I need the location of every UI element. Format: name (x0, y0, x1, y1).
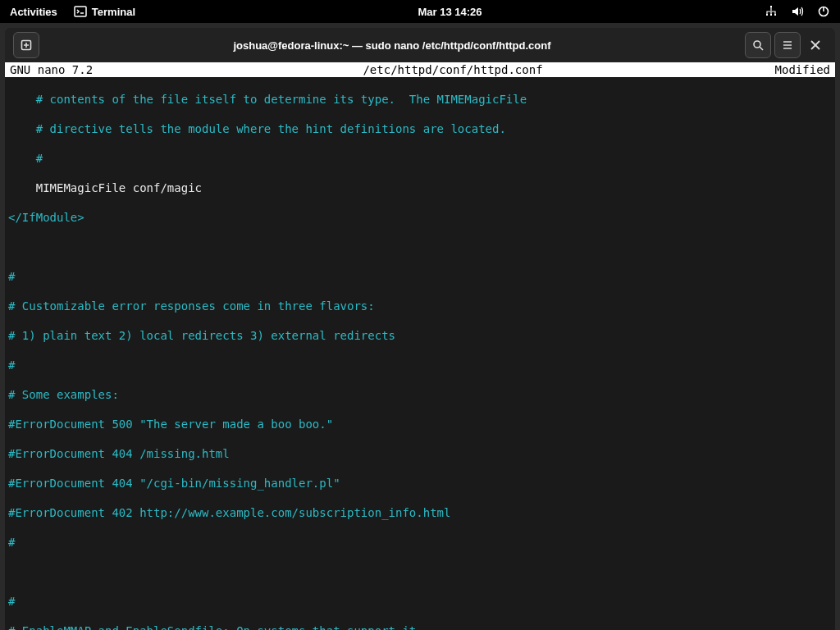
terminal-icon (74, 5, 87, 18)
editor-line: # (8, 594, 832, 609)
editor-line: #ErrorDocument 404 "/cgi-bin/missing_han… (8, 476, 832, 491)
editor-line: # (8, 358, 832, 372)
editor-line: # contents of the file itself to determi… (8, 92, 832, 107)
nano-editor[interactable]: GNU nano 7.2 /etc/httpd/conf/httpd.conf … (5, 62, 835, 630)
editor-line: # 1) plain text 2) local redirects 3) ex… (8, 328, 832, 343)
svg-point-10 (754, 41, 760, 48)
active-app[interactable]: Terminal (74, 5, 135, 18)
editor-line: #ErrorDocument 404 /missing.html (8, 446, 832, 461)
svg-rect-0 (75, 7, 86, 16)
editor-line: </IfModule> (8, 210, 832, 225)
new-tab-button[interactable] (13, 32, 39, 58)
terminal-window: joshua@fedora-linux:~ — sudo nano /etc/h… (5, 28, 835, 630)
editor-line (8, 564, 832, 579)
svg-rect-4 (774, 14, 776, 16)
editor-line: # (8, 269, 832, 284)
svg-rect-3 (770, 14, 772, 16)
menu-button[interactable] (774, 32, 801, 58)
search-button[interactable] (745, 32, 771, 58)
svg-line-11 (760, 47, 763, 50)
power-icon[interactable] (817, 5, 830, 18)
window-title: joshua@fedora-linux:~ — sudo nano /etc/h… (41, 39, 743, 52)
editor-line: # (8, 535, 832, 550)
editor-body[interactable]: # contents of the file itself to determi… (5, 77, 835, 630)
volume-icon[interactable] (791, 5, 804, 18)
clock[interactable]: Mar 13 14:26 (135, 6, 765, 18)
window-titlebar: joshua@fedora-linux:~ — sudo nano /etc/h… (5, 28, 835, 62)
gnome-topbar: Activities Terminal Mar 13 14:26 (0, 0, 840, 23)
editor-line: # (8, 151, 832, 166)
nano-header: GNU nano 7.2 /etc/httpd/conf/httpd.conf … (5, 62, 835, 77)
nano-filepath: /etc/httpd/conf/httpd.conf (174, 62, 732, 77)
editor-line: MIMEMagicFile conf/magic (8, 180, 832, 195)
svg-rect-2 (766, 14, 768, 16)
editor-line: # Customizable error responses come in t… (8, 299, 832, 313)
editor-line: # EnableMMAP and EnableSendfile: On syst… (8, 623, 832, 630)
active-app-label: Terminal (92, 6, 135, 18)
editor-line (8, 240, 832, 254)
editor-line: #ErrorDocument 402 http://www.example.co… (8, 505, 832, 520)
editor-line: # directive tells the module where the h… (8, 121, 832, 136)
nano-status: Modified (732, 62, 830, 77)
close-button[interactable] (802, 32, 829, 58)
editor-line: # Some examples: (8, 387, 832, 402)
activities-button[interactable]: Activities (10, 6, 57, 18)
svg-rect-1 (770, 6, 772, 7)
editor-line: #ErrorDocument 500 "The server made a bo… (8, 417, 832, 431)
nano-version: GNU nano 7.2 (10, 62, 174, 77)
network-icon[interactable] (765, 5, 778, 18)
